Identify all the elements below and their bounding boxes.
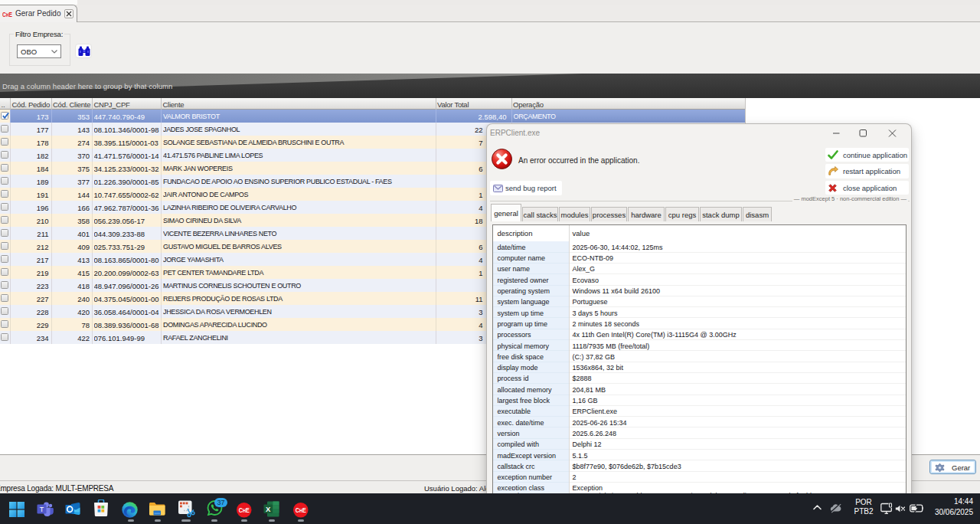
svg-text:T: T — [40, 506, 44, 513]
svg-text:CHE: CHE — [2, 11, 12, 18]
svg-text:X: X — [266, 505, 271, 513]
svg-text:CHE: CHE — [296, 506, 306, 514]
svg-text:CHE: CHE — [239, 506, 250, 514]
